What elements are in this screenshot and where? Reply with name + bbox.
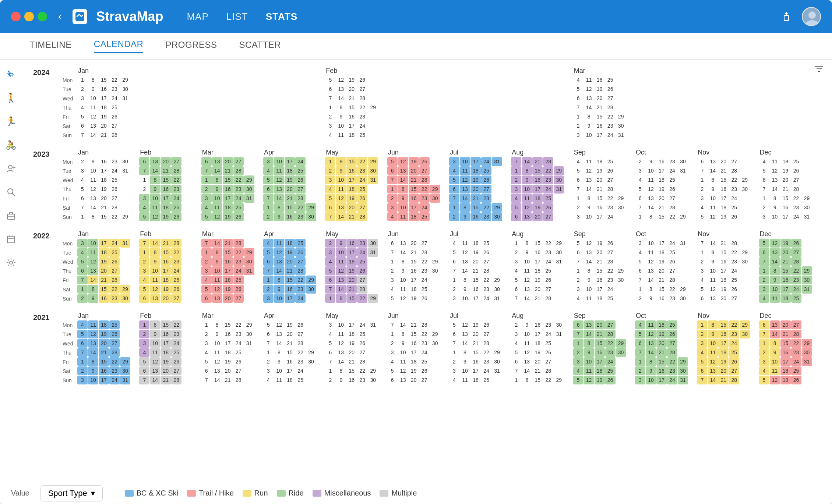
day-cell-10[interactable]: 10 [522,257,532,266]
day-cell-8[interactable]: 8 [88,212,98,221]
day-cell-6[interactable]: 6 [201,366,212,375]
day-cell-4[interactable]: 4 [635,248,645,257]
day-cell-21[interactable]: 21 [99,276,109,284]
day-cell-6[interactable]: 6 [387,376,398,384]
day-cell-14[interactable]: 14 [150,376,160,384]
day-cell-9[interactable]: 9 [88,85,98,93]
day-cell-6[interactable]: 6 [511,357,521,366]
day-cell-29[interactable]: 29 [306,276,316,284]
day-cell-22[interactable]: 22 [419,185,430,194]
day-cell-7[interactable]: 7 [449,339,459,348]
day-cell-17[interactable]: 17 [532,330,543,338]
day-cell-5[interactable]: 5 [139,285,149,294]
day-cell-25[interactable]: 25 [171,276,181,284]
day-cell-15[interactable]: 15 [595,266,605,275]
day-cell-24[interactable]: 24 [233,266,244,275]
day-cell-31[interactable]: 31 [244,194,254,203]
tab-stats[interactable]: STATS [264,8,299,25]
day-cell-25[interactable]: 25 [357,257,367,266]
day-cell-11[interactable]: 11 [88,175,98,184]
day-cell-11[interactable]: 11 [460,239,470,248]
day-cell-1[interactable]: 1 [77,357,88,366]
day-cell-7[interactable]: 7 [759,257,769,266]
day-cell-18[interactable]: 18 [718,203,729,212]
day-cell-19[interactable]: 19 [346,339,357,348]
day-cell-13[interactable]: 13 [398,239,408,248]
day-cell-21[interactable]: 21 [718,166,729,175]
day-cell-13[interactable]: 13 [88,266,98,275]
day-cell-11[interactable]: 11 [522,194,532,203]
day-cell-20[interactable]: 20 [656,339,667,348]
person-plus-icon[interactable] [4,161,18,176]
day-cell-24[interactable]: 24 [357,248,367,257]
day-cell-21[interactable]: 21 [718,376,729,384]
day-cell-23[interactable]: 23 [109,157,120,166]
day-cell-23[interactable]: 23 [729,330,739,338]
day-cell-2[interactable]: 2 [139,257,149,266]
day-cell-10[interactable]: 10 [646,376,656,384]
day-cell-13[interactable]: 13 [770,320,780,329]
day-cell-16[interactable]: 16 [595,203,605,212]
day-cell-27[interactable]: 27 [233,157,244,166]
day-cell-8[interactable]: 8 [88,75,98,84]
day-cell-6[interactable]: 6 [635,339,645,348]
day-cell-27[interactable]: 27 [109,194,120,203]
day-cell-1[interactable]: 1 [697,320,707,329]
day-cell-15[interactable]: 15 [595,112,605,121]
day-cell-8[interactable]: 8 [708,248,718,257]
day-cell-28[interactable]: 28 [605,103,616,112]
day-cell-29[interactable]: 29 [554,166,564,175]
day-cell-22[interactable]: 22 [481,276,491,284]
day-cell-23[interactable]: 23 [233,185,244,194]
day-cell-1[interactable]: 1 [449,348,459,357]
day-cell-4[interactable]: 4 [325,257,335,266]
day-cell-7[interactable]: 7 [139,239,149,248]
day-cell-29[interactable]: 29 [368,366,378,375]
day-cell-28[interactable]: 28 [171,239,181,248]
day-cell-30[interactable]: 30 [244,257,254,266]
day-cell-3[interactable]: 3 [201,266,212,275]
day-cell-28[interactable]: 28 [357,94,367,103]
day-cell-13[interactable]: 13 [336,203,346,212]
day-cell-29[interactable]: 29 [368,157,378,166]
day-cell-23[interactable]: 23 [357,239,367,248]
day-cell-27[interactable]: 27 [543,285,553,294]
day-cell-14[interactable]: 14 [150,239,160,248]
day-cell-9[interactable]: 9 [770,276,780,284]
day-cell-22[interactable]: 22 [605,266,616,275]
day-cell-2[interactable]: 2 [511,175,521,184]
day-cell-10[interactable]: 10 [398,276,408,284]
day-cell-4[interactable]: 4 [201,348,212,357]
day-cell-13[interactable]: 13 [522,285,532,294]
day-cell-15[interactable]: 15 [99,285,109,294]
day-cell-27[interactable]: 27 [667,194,677,203]
day-cell-22[interactable]: 22 [543,166,553,175]
day-cell-15[interactable]: 15 [285,348,295,357]
day-cell-10[interactable]: 10 [274,294,284,303]
day-cell-17[interactable]: 17 [532,257,543,266]
day-cell-18[interactable]: 18 [409,285,419,294]
day-cell-23[interactable]: 23 [419,194,430,203]
day-cell-24[interactable]: 24 [109,94,120,103]
day-cell-20[interactable]: 20 [780,248,791,257]
day-cell-27[interactable]: 27 [605,248,616,257]
day-cell-20[interactable]: 20 [409,166,419,175]
day-cell-16[interactable]: 16 [346,112,357,121]
day-cell-5[interactable]: 5 [449,248,459,257]
day-cell-30[interactable]: 30 [120,85,130,93]
day-cell-7[interactable]: 7 [201,239,212,248]
day-cell-11[interactable]: 11 [460,166,470,175]
search-icon[interactable] [4,185,18,199]
day-cell-5[interactable]: 5 [573,376,584,384]
day-cell-27[interactable]: 27 [233,366,244,375]
day-cell-28[interactable]: 28 [419,320,430,329]
day-cell-27[interactable]: 27 [109,121,120,130]
day-cell-8[interactable]: 8 [274,276,284,284]
day-cell-1[interactable]: 1 [325,157,335,166]
day-cell-6[interactable]: 6 [325,276,335,284]
day-cell-10[interactable]: 10 [150,266,160,275]
day-cell-5[interactable]: 5 [573,239,584,248]
day-cell-31[interactable]: 31 [244,266,254,275]
day-cell-5[interactable]: 5 [697,285,707,294]
day-cell-15[interactable]: 15 [718,320,729,329]
